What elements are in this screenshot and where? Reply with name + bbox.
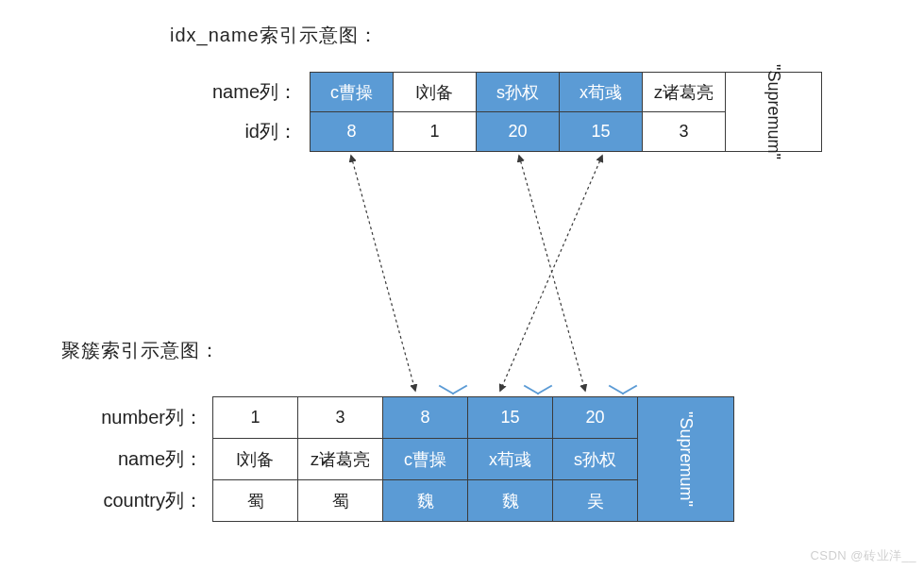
- clu-cell-name: l刘备: [213, 439, 298, 480]
- clustered-label-number: number列：: [57, 396, 203, 438]
- clu-cell-number: 8: [383, 397, 468, 439]
- clu-cell-name: z诸葛亮: [298, 439, 383, 480]
- sec-cell-id: 3: [643, 112, 726, 152]
- clu-cell-country: 魏: [468, 480, 553, 522]
- clu-supremum: "Supremum": [638, 397, 734, 522]
- clu-cell-number: 15: [468, 397, 553, 439]
- svg-line-1: [519, 156, 585, 391]
- sec-cell-name: z诸葛亮: [643, 73, 726, 112]
- clu-cell-name: x荀彧: [468, 439, 553, 480]
- clu-cell-country: 蜀: [213, 480, 298, 522]
- clu-cell-country: 蜀: [298, 480, 383, 522]
- clustered-index-title: 聚簇索引示意图：: [61, 338, 220, 363]
- sec-cell-name: l刘备: [394, 73, 477, 112]
- svg-line-2: [500, 156, 602, 391]
- sec-cell-name: s孙权: [477, 73, 560, 112]
- secondary-label-name: name列：: [165, 72, 297, 111]
- sec-cell-id: 1: [394, 112, 477, 152]
- sec-cell-name: x荀彧: [560, 73, 643, 112]
- secondary-row-labels: name列： id列：: [165, 72, 297, 151]
- tick-icon: [440, 381, 466, 398]
- sec-supremum: "Supremum": [726, 73, 822, 152]
- clu-cell-name: s孙权: [553, 439, 638, 480]
- tick-icon: [525, 381, 551, 398]
- clu-cell-country: 魏: [383, 480, 468, 522]
- clustered-index-table: 1381520"Supremum"l刘备z诸葛亮c曹操x荀彧s孙权蜀蜀魏魏吴: [212, 396, 734, 522]
- sec-cell-id: 8: [311, 112, 394, 152]
- sec-cell-name: c曹操: [311, 73, 394, 112]
- clu-cell-country: 吴: [553, 480, 638, 522]
- clu-cell-number: 3: [298, 397, 383, 439]
- clustered-label-country: country列：: [57, 479, 203, 521]
- secondary-label-id: id列：: [165, 111, 297, 151]
- svg-line-0: [351, 156, 415, 391]
- sec-cell-id: 20: [477, 112, 560, 152]
- tick-icon: [610, 381, 636, 398]
- watermark: CSDN @砖业洋__: [810, 547, 916, 564]
- clu-cell-number: 20: [553, 397, 638, 439]
- clustered-label-name: name列：: [57, 438, 203, 479]
- clu-cell-number: 1: [213, 397, 298, 439]
- sec-cell-id: 15: [560, 112, 643, 152]
- secondary-index-table: c曹操l刘备s孙权x荀彧z诸葛亮"Supremum"8120153: [310, 72, 822, 152]
- clu-cell-name: c曹操: [383, 439, 468, 480]
- clustered-row-labels: number列： name列： country列：: [57, 396, 203, 521]
- secondary-index-title: idx_name索引示意图：: [170, 23, 378, 48]
